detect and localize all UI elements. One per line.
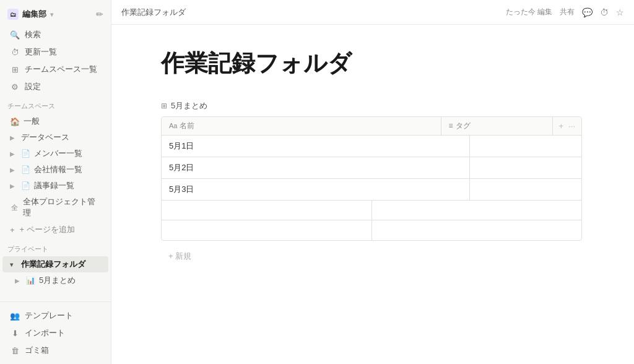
sidebar-item-search-label: 検索 xyxy=(25,29,41,40)
database-header[interactable]: ⊞ 5月まとめ xyxy=(161,98,584,114)
sidebar-item-search[interactable]: 🔍 検索 xyxy=(2,26,108,43)
sidebar-item-templates-label: テンプレート xyxy=(25,310,73,321)
more-icon[interactable]: ··· xyxy=(568,121,575,131)
table-icon-may: 📊 xyxy=(26,276,35,285)
database-name: 5月まとめ xyxy=(171,100,207,111)
sidebar-item-import-label: インポート xyxy=(25,327,65,339)
sidebar-item-work-folder[interactable]: ▾ 作業記録フォルダ xyxy=(2,256,108,272)
import-icon: ⬇ xyxy=(10,329,20,338)
sidebar-item-settings-label: 設定 xyxy=(25,81,41,92)
new-row-button[interactable]: + 新規 xyxy=(161,246,584,267)
main-content: 作業記録フォルダ たった今 編集 共有 💬 ⏱ ☆ 作業記録フォルダ ⊞ 5月ま… xyxy=(111,0,634,364)
col-actions: + ··· xyxy=(553,117,581,135)
search-icon: 🔍 xyxy=(10,30,20,40)
sidebar-item-trash[interactable]: 🗑 ゴミ箱 xyxy=(2,342,108,359)
sidebar-header: 🗂 編集部 ▾ ✏ xyxy=(0,5,111,24)
sidebar-item-members[interactable]: ▶ 📄 メンバー一覧 xyxy=(2,145,108,162)
chevron-right-icon-5: ▶ xyxy=(15,277,22,284)
sidebar-item-members-label: メンバー一覧 xyxy=(34,148,82,159)
table-row-empty xyxy=(162,201,581,220)
add-col-icon[interactable]: + xyxy=(559,121,564,131)
table-row: 5月3日 xyxy=(162,179,581,201)
col-header-tag[interactable]: ≡ タグ xyxy=(441,117,553,135)
chevron-down-icon: ▾ xyxy=(10,261,17,268)
sidebar-item-project[interactable]: 全 全体プロジェクト管理 xyxy=(2,194,108,221)
star-icon[interactable]: ☆ xyxy=(616,7,624,17)
workspace-name: 編集部 xyxy=(22,9,46,20)
table-row-empty-2 xyxy=(162,220,581,240)
sidebar-item-updates[interactable]: ⏱ 更新一覧 xyxy=(2,43,108,61)
empty-cell-4[interactable] xyxy=(372,220,582,240)
database-icon: ⊞ xyxy=(161,102,167,110)
home-icon: 🏠 xyxy=(10,117,20,126)
cell-name-row3[interactable]: 5月3日 xyxy=(162,179,470,200)
page-title: 作業記録フォルダ xyxy=(161,50,584,78)
sidebar-item-teamspaces[interactable]: ⊞ チームスペース一覧 xyxy=(2,61,108,78)
cell-tag-row3[interactable] xyxy=(470,179,581,200)
add-page-button[interactable]: + + ページを追加 xyxy=(2,221,108,238)
empty-cell-3[interactable] xyxy=(162,220,372,240)
chevron-right-icon-4: ▶ xyxy=(10,183,17,189)
gear-icon: ⚙ xyxy=(10,82,20,92)
empty-cell-1[interactable] xyxy=(162,201,372,220)
sidebar-item-templates[interactable]: 👥 テンプレート xyxy=(2,307,108,324)
workspace-icon: 🗂 xyxy=(7,9,19,20)
cell-tag-row1[interactable] xyxy=(470,136,581,157)
chevron-right-icon-2: ▶ xyxy=(10,150,17,157)
file-icon-minutes: 📄 xyxy=(21,181,30,190)
comment-icon[interactable]: 💬 xyxy=(582,7,593,17)
sidebar-bottom: 👥 テンプレート ⬇ インポート 🗑 ゴミ箱 xyxy=(0,301,111,359)
templates-icon: 👥 xyxy=(10,311,20,321)
workspace-chevron-icon: ▾ xyxy=(50,11,53,18)
sidebar-item-general[interactable]: 🏠 一般 xyxy=(2,113,108,129)
sidebar-item-minutes[interactable]: ▶ 📄 議事録一覧 xyxy=(2,178,108,194)
sidebar-item-database-label: データベース xyxy=(21,132,69,143)
private-section-label: プライベート xyxy=(0,238,111,256)
new-page-icon[interactable]: ✏ xyxy=(96,9,103,19)
col-name-prefix: Aa xyxy=(169,122,177,129)
sidebar-item-minutes-label: 議事録一覧 xyxy=(34,180,74,191)
sidebar-item-database[interactable]: ▶ データベース xyxy=(2,129,108,145)
history-icon[interactable]: ⏱ xyxy=(600,7,609,17)
trash-icon: 🗑 xyxy=(10,346,20,355)
sidebar-item-company[interactable]: ▶ 📄 会社情報一覧 xyxy=(2,162,108,178)
col-tag-label: タグ xyxy=(456,121,471,131)
cell-name-row1[interactable]: 5月1日 xyxy=(162,136,470,157)
sidebar-item-trash-label: ゴミ箱 xyxy=(25,345,49,356)
breadcrumb: 作業記録フォルダ xyxy=(121,7,186,18)
file-icon-members: 📄 xyxy=(21,149,30,158)
table-row: 5月1日 xyxy=(162,136,581,157)
cell-tag-row2[interactable] xyxy=(470,157,581,178)
workspace-switcher[interactable]: 🗂 編集部 ▾ xyxy=(7,9,53,20)
sidebar-item-import[interactable]: ⬇ インポート xyxy=(2,324,108,342)
col-tag-prefix: ≡ xyxy=(449,121,453,130)
chevron-right-icon: ▶ xyxy=(10,134,17,141)
sidebar-item-general-label: 一般 xyxy=(24,116,40,127)
grid-icon: ⊞ xyxy=(10,65,20,74)
teamspace-section-label: チームスペース xyxy=(0,95,111,113)
database-block: ⊞ 5月まとめ Aa 名前 ≡ タグ + ··· xyxy=(161,98,584,267)
table-header: Aa 名前 ≡ タグ + ··· xyxy=(162,117,581,136)
sidebar-item-project-label: 全体プロジェクト管理 xyxy=(23,196,101,219)
sidebar-item-may-summary[interactable]: ▶ 📊 5月まとめ xyxy=(2,272,108,288)
col-name-label: 名前 xyxy=(180,121,194,131)
clock-icon: ⏱ xyxy=(10,48,20,57)
sidebar: 🗂 編集部 ▾ ✏ 🔍 検索 ⏱ 更新一覧 ⊞ チームスペース一覧 ⚙ 設定 チ… xyxy=(0,0,111,364)
new-row-label: + 新規 xyxy=(168,251,191,262)
col-header-name[interactable]: Aa 名前 xyxy=(162,117,441,135)
page-content: 作業記録フォルダ ⊞ 5月まとめ Aa 名前 ≡ タグ xyxy=(111,25,634,364)
share-button[interactable]: 共有 xyxy=(560,7,575,17)
sidebar-item-work-folder-label: 作業記録フォルダ xyxy=(21,259,85,270)
topbar-actions: たった今 編集 共有 💬 ⏱ ☆ xyxy=(506,7,624,17)
sidebar-item-updates-label: 更新一覧 xyxy=(25,46,57,58)
sidebar-item-company-label: 会社情報一覧 xyxy=(34,164,82,175)
sidebar-item-settings[interactable]: ⚙ 設定 xyxy=(2,78,108,95)
topbar: 作業記録フォルダ たった今 編集 共有 💬 ⏱ ☆ xyxy=(111,0,634,25)
empty-cell-2[interactable] xyxy=(372,201,582,220)
cell-name-row2[interactable]: 5月2日 xyxy=(162,157,470,178)
file-icon-company: 📄 xyxy=(21,165,30,174)
table-row: 5月2日 xyxy=(162,157,581,179)
sidebar-item-teamspaces-label: チームスペース一覧 xyxy=(25,64,97,75)
plus-icon: + xyxy=(10,225,15,235)
add-page-label: + ページを追加 xyxy=(20,224,75,235)
